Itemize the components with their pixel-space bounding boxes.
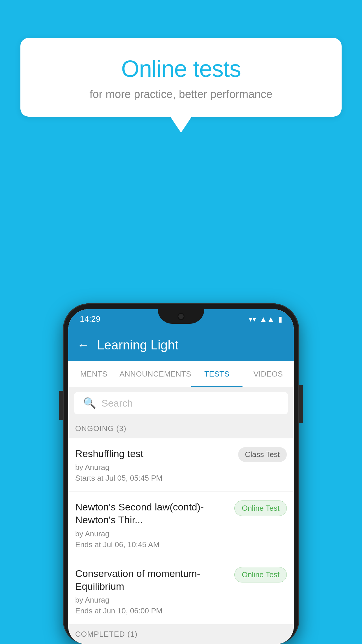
bubble-subtitle: for more practice, better performance xyxy=(35,88,327,101)
test-by-2: by Anurag xyxy=(75,529,229,538)
signal-icon: ▲▲ xyxy=(260,315,275,324)
search-icon: 🔍 xyxy=(83,397,96,409)
test-list: Reshuffling test by Anurag Starts at Jul… xyxy=(68,438,294,624)
tab-tests[interactable]: TESTS xyxy=(191,361,242,387)
completed-section-header: COMPLETED (1) xyxy=(68,624,294,644)
wifi-icon: ▾▾ xyxy=(249,315,256,324)
ongoing-label: ONGOING (3) xyxy=(75,424,126,433)
phone-wrapper: 14:29 ▾▾ ▲▲ ▮ ← Learning Light MENTS ANN… xyxy=(63,303,299,644)
back-button[interactable]: ← xyxy=(77,338,90,352)
speech-bubble: Online tests for more practice, better p… xyxy=(20,38,342,117)
app-title: Learning Light xyxy=(97,338,178,352)
test-item-conservation[interactable]: Conservation of momentum-Equilibrium by … xyxy=(68,558,294,624)
test-name-1: Reshuffling test xyxy=(75,447,232,460)
test-name-3: Conservation of momentum-Equilibrium xyxy=(75,567,229,593)
test-info-1: Reshuffling test by Anurag Starts at Jul… xyxy=(75,447,238,483)
test-badge-3: Online Test xyxy=(234,567,287,582)
test-item-newton[interactable]: Newton's Second law(contd)-Newton's Thir… xyxy=(68,492,294,558)
test-badge-1: Class Test xyxy=(238,447,287,462)
test-info-2: Newton's Second law(contd)-Newton's Thir… xyxy=(75,501,234,549)
test-info-3: Conservation of momentum-Equilibrium by … xyxy=(75,567,234,615)
phone-screen: 14:29 ▾▾ ▲▲ ▮ ← Learning Light MENTS ANN… xyxy=(68,309,294,644)
bubble-title: Online tests xyxy=(35,55,327,82)
test-time-2: Ends at Jul 06, 10:45 AM xyxy=(75,540,229,549)
status-time: 14:29 xyxy=(80,314,100,324)
camera-dot xyxy=(178,313,184,320)
tab-ments[interactable]: MENTS xyxy=(68,361,120,387)
battery-icon: ▮ xyxy=(278,315,282,324)
tab-announcements[interactable]: ANNOUNCEMENTS xyxy=(120,361,191,387)
tabs-bar: MENTS ANNOUNCEMENTS TESTS VIDEOS xyxy=(68,361,294,387)
notch xyxy=(158,309,204,324)
tab-videos[interactable]: VIDEOS xyxy=(242,361,294,387)
test-time-3: Ends at Jun 10, 06:00 PM xyxy=(75,606,229,615)
speech-bubble-container: Online tests for more practice, better p… xyxy=(20,38,342,117)
test-item-reshuffling[interactable]: Reshuffling test by Anurag Starts at Jul… xyxy=(68,438,294,492)
completed-label: COMPLETED (1) xyxy=(75,630,138,638)
test-badge-2: Online Test xyxy=(234,501,287,516)
test-time-1: Starts at Jul 05, 05:45 PM xyxy=(75,474,232,483)
status-icons: ▾▾ ▲▲ ▮ xyxy=(249,315,282,324)
ongoing-section-header: ONGOING (3) xyxy=(68,419,294,438)
test-by-1: by Anurag xyxy=(75,463,232,472)
status-bar: 14:29 ▾▾ ▲▲ ▮ xyxy=(68,309,294,329)
search-container: 🔍 Search xyxy=(68,387,294,419)
test-name-2: Newton's Second law(contd)-Newton's Thir… xyxy=(75,501,229,526)
search-bar[interactable]: 🔍 Search xyxy=(74,392,288,414)
phone-outer: 14:29 ▾▾ ▲▲ ▮ ← Learning Light MENTS ANN… xyxy=(63,303,299,644)
search-placeholder: Search xyxy=(101,398,133,409)
app-bar: ← Learning Light xyxy=(68,329,294,361)
test-by-3: by Anurag xyxy=(75,596,229,605)
